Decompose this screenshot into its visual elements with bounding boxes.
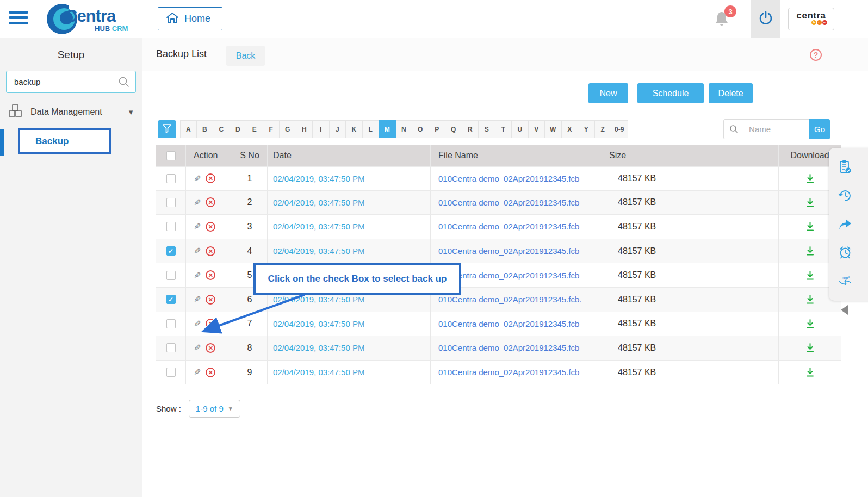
row-date-link[interactable]: 02/04/2019, 03:47:50 PM xyxy=(273,368,364,377)
delete-row-icon[interactable]: ✕ xyxy=(206,173,215,183)
letter-filter-C[interactable]: C xyxy=(213,120,230,138)
page-range-dropdown[interactable]: 1-9 of 9 ▼ xyxy=(189,400,240,418)
row-checkbox[interactable] xyxy=(166,174,176,183)
edit-icon[interactable]: ✎ xyxy=(194,367,201,377)
download-icon[interactable] xyxy=(805,319,815,329)
letter-filter-B[interactable]: B xyxy=(197,120,214,138)
row-date-link[interactable]: 02/04/2019, 03:47:50 PM xyxy=(273,319,364,328)
edit-icon[interactable]: ✎ xyxy=(194,173,201,184)
filter-button[interactable] xyxy=(158,120,176,138)
letter-filter-S[interactable]: S xyxy=(479,120,495,138)
edit-icon[interactable]: ✎ xyxy=(194,319,201,329)
row-date-link[interactable]: 02/04/2019, 03:47:50 PM xyxy=(273,174,364,183)
letter-filter-G[interactable]: G xyxy=(280,120,296,138)
letter-filter-O[interactable]: O xyxy=(412,120,429,138)
letter-filter-T[interactable]: T xyxy=(495,120,512,138)
go-button[interactable]: Go xyxy=(809,119,830,139)
letter-filter-0-9[interactable]: 0-9 xyxy=(611,120,628,138)
row-filename-link[interactable]: 010Centra demo_02Apr201912345.fcb xyxy=(438,222,579,231)
row-date-link[interactable]: 02/04/2019, 03:47:50 PM xyxy=(273,295,364,304)
row-filename-link[interactable]: 010Centra demo_02Apr201912345.fcb xyxy=(438,343,579,352)
edit-icon[interactable]: ✎ xyxy=(194,343,201,353)
row-filename-link[interactable]: 010Centra demo_02Apr201912345.fcb xyxy=(438,198,579,207)
letter-filter-D[interactable]: D xyxy=(230,120,247,138)
logout-button[interactable] xyxy=(751,0,780,38)
letter-filter-J[interactable]: J xyxy=(330,120,346,138)
letter-filter-U[interactable]: U xyxy=(512,120,529,138)
row-checkbox[interactable] xyxy=(166,319,176,328)
delete-row-icon[interactable]: ✕ xyxy=(206,343,215,353)
delete-row-icon[interactable]: ✕ xyxy=(206,270,215,280)
letter-filter-Z[interactable]: Z xyxy=(595,120,612,138)
notifications-button[interactable]: 3 xyxy=(714,10,737,32)
download-icon[interactable] xyxy=(805,343,815,353)
row-filename-link[interactable]: 010Centra demo_02Apr201912345.fcb. xyxy=(438,295,582,304)
download-icon[interactable] xyxy=(805,294,815,305)
download-icon[interactable] xyxy=(805,221,815,232)
letter-filter-H[interactable]: H xyxy=(296,120,313,138)
delete-row-icon[interactable]: ✕ xyxy=(206,319,215,328)
download-icon[interactable] xyxy=(805,246,815,256)
row-checkbox[interactable] xyxy=(166,222,176,231)
row-checkbox[interactable] xyxy=(166,295,176,304)
download-icon[interactable] xyxy=(805,270,815,281)
delete-row-icon[interactable]: ✕ xyxy=(206,368,215,377)
row-checkbox[interactable] xyxy=(166,198,176,207)
row-filename-link[interactable]: 010Centra demo_02Apr201912345.fcb xyxy=(438,319,579,328)
edit-icon[interactable]: ✎ xyxy=(194,221,201,232)
clipboard-check-icon[interactable] xyxy=(838,160,852,174)
hamburger-menu-icon[interactable] xyxy=(9,11,28,26)
row-date-link[interactable]: 02/04/2019, 03:47:50 PM xyxy=(273,198,364,207)
row-filename-link[interactable]: 010Centra demo_02Apr201912345.fcb xyxy=(438,368,579,377)
sidebar-search-input[interactable] xyxy=(7,71,135,92)
letter-filter-A[interactable]: A xyxy=(180,120,197,138)
alarm-icon[interactable] xyxy=(838,245,852,259)
share-icon[interactable] xyxy=(838,218,852,231)
row-date-link[interactable]: 02/04/2019, 03:47:50 PM xyxy=(273,222,364,231)
letter-filter-W[interactable]: W xyxy=(545,120,562,138)
back-button[interactable]: Back xyxy=(226,46,265,66)
letter-filter-X[interactable]: X xyxy=(562,120,579,138)
name-search-input[interactable] xyxy=(743,125,810,134)
letter-filter-Q[interactable]: Q xyxy=(445,120,462,138)
edit-icon[interactable]: ✎ xyxy=(194,294,201,305)
delete-row-icon[interactable]: ✕ xyxy=(206,222,215,232)
row-filename-link[interactable]: 010Centra demo_02Apr201912345.fcb xyxy=(438,174,579,183)
letter-filter-L[interactable]: L xyxy=(363,120,380,138)
download-icon[interactable] xyxy=(805,173,815,184)
delete-row-icon[interactable]: ✕ xyxy=(206,246,215,256)
sidebar-item-data-management[interactable]: Data Management ▼ xyxy=(0,93,142,129)
help-icon[interactable]: ? xyxy=(810,49,822,61)
select-all-checkbox[interactable] xyxy=(166,151,176,160)
row-checkbox[interactable] xyxy=(166,343,176,352)
row-date-link[interactable]: 02/04/2019, 03:47:50 PM xyxy=(273,246,364,256)
sidebar-item-backup[interactable]: Backup xyxy=(18,128,111,154)
history-icon[interactable] xyxy=(838,189,852,203)
360-view-icon[interactable]: 360° xyxy=(838,274,852,287)
letter-filter-E[interactable]: E xyxy=(246,120,263,138)
collapse-icon[interactable] xyxy=(841,305,848,315)
edit-icon[interactable]: ✎ xyxy=(194,270,201,281)
letter-filter-Y[interactable]: Y xyxy=(578,120,595,138)
letter-filter-N[interactable]: N xyxy=(396,120,413,138)
letter-filter-R[interactable]: R xyxy=(462,120,479,138)
letter-filter-F[interactable]: F xyxy=(263,120,280,138)
row-date-link[interactable]: 02/04/2019, 03:47:50 PM xyxy=(273,343,364,352)
letter-filter-M[interactable]: M xyxy=(379,120,396,138)
row-filename-link[interactable]: 010Centra demo_02Apr201912345.fcb xyxy=(438,246,579,256)
delete-row-icon[interactable]: ✕ xyxy=(206,295,215,305)
letter-filter-P[interactable]: P xyxy=(429,120,446,138)
download-icon[interactable] xyxy=(805,197,815,208)
schedule-button[interactable]: Schedule xyxy=(637,83,704,103)
new-button[interactable]: New xyxy=(588,83,628,103)
edit-icon[interactable]: ✎ xyxy=(194,197,201,208)
row-checkbox[interactable] xyxy=(166,368,176,377)
delete-button[interactable]: Delete xyxy=(709,83,753,103)
letter-filter-V[interactable]: V xyxy=(529,120,545,138)
edit-icon[interactable]: ✎ xyxy=(194,246,201,256)
row-checkbox[interactable] xyxy=(166,246,176,256)
letter-filter-K[interactable]: K xyxy=(346,120,363,138)
download-icon[interactable] xyxy=(805,367,815,377)
row-checkbox[interactable] xyxy=(166,271,176,280)
home-button[interactable]: Home xyxy=(158,7,222,30)
